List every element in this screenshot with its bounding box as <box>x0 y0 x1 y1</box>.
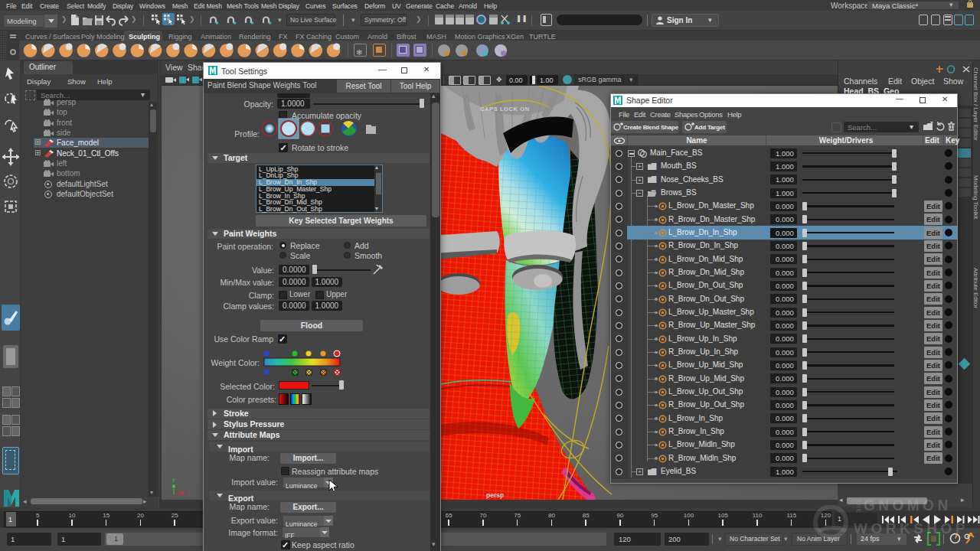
svg-text:persp: persp <box>486 491 504 499</box>
svg-text:CAPS LOCK ON: CAPS LOCK ON <box>480 106 530 112</box>
